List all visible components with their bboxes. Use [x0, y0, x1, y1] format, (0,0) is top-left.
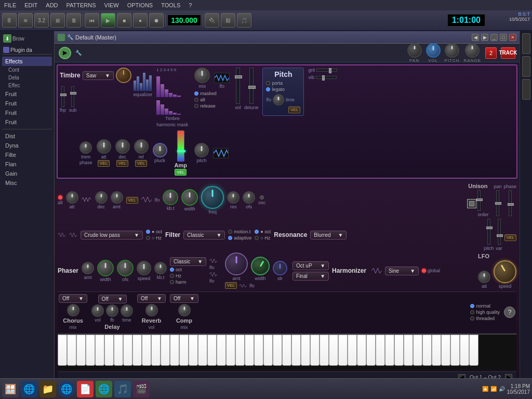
key-e6[interactable]	[404, 335, 413, 366]
seq-btn[interactable]: ≣	[66, 13, 81, 28]
key-e3[interactable]	[207, 335, 217, 366]
dec-knob-r1[interactable]	[95, 191, 108, 204]
record-btn[interactable]: ●	[133, 13, 148, 28]
vol-knob[interactable]	[426, 43, 441, 58]
phaser-width-knob[interactable]	[97, 260, 114, 276]
win-close[interactable]: ✕	[509, 34, 516, 41]
chrome-icon[interactable]: 🌐	[58, 381, 75, 397]
eq-bar-3[interactable]	[140, 83, 142, 91]
vel-btn-pitch[interactable]: VEL	[288, 107, 300, 113]
right-scroll-2[interactable]	[522, 56, 530, 77]
key-c6[interactable]	[385, 335, 394, 366]
waveform-dropdown[interactable]: Saw▼	[83, 71, 114, 80]
blurred-dropdown[interactable]: Blurred ▼	[310, 231, 347, 240]
key-c2[interactable]	[123, 335, 132, 366]
piano-keys[interactable]: // We'll add static piano representation	[58, 335, 478, 368]
step-btn[interactable]: ⊞	[50, 13, 65, 28]
key-g5[interactable]	[357, 335, 366, 366]
chorus-dropdown[interactable]: Off ▼	[59, 294, 87, 303]
phase-vertical-slider[interactable]	[509, 190, 512, 216]
video-icon[interactable]: 🎬	[133, 381, 150, 397]
masked-radio[interactable]: masked	[194, 91, 230, 96]
vel-dec[interactable]: VEL	[116, 160, 128, 167]
key-e5[interactable]	[338, 335, 348, 366]
unison-order-fader[interactable]	[477, 190, 481, 211]
dec-knob[interactable]	[115, 139, 130, 154]
rewind-btn[interactable]: ⏮	[85, 13, 99, 28]
key-b1[interactable]	[114, 335, 123, 366]
threaded-radio[interactable]: threaded	[470, 316, 500, 321]
att-knob-r1[interactable]	[66, 191, 78, 204]
filter-hz-radio[interactable]: ○ Hz	[146, 235, 162, 241]
pan-vertical-slider[interactable]	[496, 190, 499, 216]
track-number[interactable]: 2	[485, 47, 497, 59]
sidebar-item-fruit3[interactable]: Fruit	[2, 108, 52, 117]
lfo-type-dropdown[interactable]: Sine ▼	[385, 267, 419, 275]
harm-bar-6[interactable]	[177, 96, 181, 97]
play-btn[interactable]: ▶	[101, 13, 115, 28]
win-arrow-right[interactable]: ▶	[481, 34, 488, 41]
harm-width-knob[interactable]	[251, 257, 270, 275]
filter-oct-radio[interactable]: ● oct	[146, 229, 162, 234]
key-f3[interactable]	[217, 335, 226, 366]
lfo-pitch-knob[interactable]	[273, 94, 284, 105]
key-f6[interactable]	[413, 335, 422, 366]
porta-radio[interactable]: porta	[266, 81, 300, 86]
key-f4[interactable]	[282, 335, 291, 366]
res-type-dropdown[interactable]: Classic ▼	[183, 231, 225, 240]
power-btn[interactable]: ▶	[59, 47, 71, 59]
harm-bar2-1[interactable]	[156, 100, 160, 115]
normal-quality-radio[interactable]: normal	[470, 303, 500, 309]
sidebar-item-gain[interactable]: Gain	[2, 169, 52, 178]
menu-options[interactable]: OPTIONS	[125, 2, 155, 8]
key-a4[interactable]	[301, 335, 310, 366]
stop-btn[interactable]: ■	[117, 13, 131, 28]
release-radio[interactable]: release	[194, 103, 230, 109]
phaser-amt-knob[interactable]	[82, 262, 94, 274]
browser-input[interactable]: Brow	[12, 36, 24, 42]
key-c7[interactable]	[450, 335, 460, 366]
alt-led[interactable]	[58, 195, 62, 200]
link-btn[interactable]: ⛓	[221, 13, 235, 28]
res-knob-r1[interactable]	[227, 191, 240, 204]
harm-bar2-5[interactable]	[173, 113, 177, 115]
eq-btn[interactable]: ≋	[18, 13, 33, 28]
global-led[interactable]	[422, 269, 426, 273]
midi-btn[interactable]: 🎵	[237, 13, 251, 28]
menu-tools[interactable]: TOOLS	[159, 2, 182, 8]
pitch-knob[interactable]	[445, 43, 459, 58]
phaser-ofs-knob[interactable]	[117, 260, 134, 276]
key-e7[interactable]	[469, 335, 478, 366]
hq-radio[interactable]: high quality	[470, 310, 500, 315]
sidebar-item-dyna[interactable]: Dyna	[2, 141, 52, 150]
mixer-btn[interactable]: 🎚	[2, 13, 17, 28]
reverb-dropdown[interactable]: Off ▼	[137, 294, 166, 303]
harm-bar2-2[interactable]	[161, 104, 164, 115]
key-d6[interactable]	[394, 335, 404, 366]
right-scroll-3[interactable]	[522, 79, 530, 100]
win-minimize[interactable]: _	[490, 34, 498, 41]
key-b5[interactable]	[376, 335, 385, 366]
key-e1[interactable]	[76, 335, 86, 366]
key-a2[interactable]	[170, 335, 179, 366]
key-b4[interactable]	[310, 335, 320, 366]
key-g2[interactable]	[161, 335, 170, 366]
key-d1[interactable]	[67, 335, 76, 366]
key-c5[interactable]	[320, 335, 329, 366]
key-c4[interactable]	[254, 335, 263, 366]
key-b6[interactable]	[441, 335, 450, 366]
amt-knob-r1[interactable]	[111, 191, 123, 204]
alt-radio[interactable]: alt	[194, 97, 230, 102]
detune-fader[interactable]	[249, 68, 254, 104]
menu-view[interactable]: VIEW	[102, 2, 121, 8]
win-maximize[interactable]: □	[500, 34, 507, 41]
record2-btn[interactable]: ⏺	[149, 13, 164, 28]
grit-slider[interactable]	[316, 69, 337, 72]
oct-up-dropdown[interactable]: Oct uP ▼	[292, 261, 329, 270]
harm-bar-5[interactable]	[173, 95, 177, 97]
var-slider[interactable]	[498, 219, 501, 245]
help-button[interactable]: ?	[504, 307, 515, 318]
phaser-harm[interactable]: harm	[170, 280, 206, 285]
sidebar-item-dist[interactable]: Dist	[2, 131, 52, 141]
rel-knob[interactable]	[134, 139, 149, 154]
